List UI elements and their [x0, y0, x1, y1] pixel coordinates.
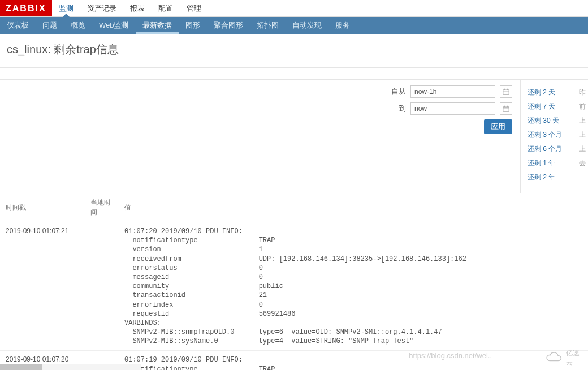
table-row: 2019-09-10 01:07:2101:07:20 2019/09/10 P…: [0, 222, 588, 351]
subnav-item-4[interactable]: 最新数据: [136, 17, 179, 34]
svg-rect-4: [503, 106, 509, 111]
horizontal-scrollbar[interactable]: [0, 364, 141, 370]
quick-range-link[interactable]: 还剩 3 个月上: [528, 128, 588, 142]
to-input[interactable]: [410, 102, 495, 115]
quick-range-list: 还剩 2 天昨还剩 7 天前还剩 30 天上还剩 3 个月上还剩 6 个月上还剩…: [520, 80, 588, 193]
trap-value: 01:07:19 2019/09/10 PDU INFO: notificati…: [124, 355, 582, 370]
from-label: 自从: [391, 87, 406, 97]
time-filter-panel: 自从 到 应用 还剩 2 天昨还剩 7 天前还剩 30 天上还剩 3 个月上还剩…: [0, 80, 588, 193]
subnav-item-1[interactable]: 问题: [36, 17, 64, 34]
brand-logo: ZABBIX: [0, 0, 52, 16]
top-nav: 监测资产记录报表配置管理: [52, 0, 208, 16]
col-localtime: 当地时间: [85, 193, 119, 222]
quick-range-link[interactable]: 还剩 30 天上: [528, 114, 588, 128]
subnav-item-3[interactable]: Web监测: [92, 17, 136, 34]
calendar-icon[interactable]: [500, 85, 512, 98]
history-table: 时间戳 当地时间 值 2019-09-10 01:07:2101:07:20 2…: [0, 193, 588, 370]
to-label: 到: [391, 104, 406, 114]
topnav-item-0[interactable]: 监测: [52, 0, 80, 16]
subnav-item-0[interactable]: 仪表板: [0, 17, 36, 34]
col-timestamp: 时间戳: [0, 193, 85, 222]
page-title: cs_linux: 剩余trap信息: [0, 34, 588, 67]
sub-nav: 仪表板问题概览Web监测最新数据图形聚合图形拓扑图自动发现服务: [0, 17, 588, 34]
host-bar: [0, 67, 588, 80]
quick-range-link[interactable]: 还剩 2 天昨: [528, 85, 588, 100]
subnav-item-7[interactable]: 拓扑图: [250, 17, 286, 34]
topnav-item-1[interactable]: 资产记录: [80, 0, 123, 16]
subnav-item-2[interactable]: 概览: [64, 17, 92, 34]
apply-button[interactable]: 应用: [484, 119, 512, 134]
quick-range-link[interactable]: 还剩 2 年: [528, 170, 588, 184]
calendar-icon[interactable]: [500, 102, 512, 115]
quick-range-link[interactable]: 还剩 6 个月上: [528, 142, 588, 156]
topnav-item-3[interactable]: 配置: [152, 0, 180, 16]
quick-range-link[interactable]: 还剩 1 年去: [528, 156, 588, 170]
subnav-item-5[interactable]: 图形: [179, 17, 207, 34]
topnav-item-2[interactable]: 报表: [123, 0, 152, 16]
subnav-item-8[interactable]: 自动发现: [286, 17, 328, 34]
subnav-item-6[interactable]: 聚合图形: [207, 17, 250, 34]
topnav-item-4[interactable]: 管理: [180, 0, 208, 16]
col-value: 值: [119, 193, 588, 222]
trap-value: 01:07:20 2019/09/10 PDU INFO: notificati…: [124, 227, 582, 346]
svg-rect-0: [503, 89, 509, 94]
subnav-item-9[interactable]: 服务: [328, 17, 357, 34]
from-input[interactable]: [410, 85, 495, 98]
quick-range-link[interactable]: 还剩 7 天前: [528, 100, 588, 114]
